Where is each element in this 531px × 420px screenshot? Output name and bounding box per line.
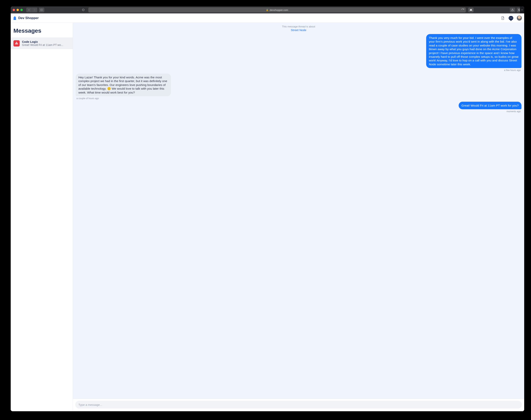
svg-rect-0 [41,9,43,11]
header-actions: $ [501,15,522,21]
message-row: Great! Would Fri at 11am PT work for you… [76,102,521,113]
svg-text:</>: </> [14,18,16,19]
profile-avatar[interactable] [517,15,522,21]
brand[interactable]: </> Dev Shopper [13,16,39,20]
address-bar[interactable]: 🔒 devshopper.com [88,7,466,13]
share-button[interactable] [510,8,515,12]
app-header: </> Dev Shopper $ [11,14,524,23]
message-bubble: Great! Would Fri at 11am PT work for you… [459,102,521,109]
privacy-shield-button[interactable] [80,8,86,12]
close-window-button[interactable] [13,9,15,11]
bag-logo-icon: </> [13,16,17,20]
browser-window: 🔒 devshopper.com + </> Dev Shopper [11,6,524,411]
messages-area: Thank you very much for your bid. I went… [73,33,524,399]
message-bubble: Hey Lazar! Thank you for your kind words… [76,74,171,96]
thread-name: Code Logix [22,40,63,43]
invoice-icon[interactable]: $ [501,16,505,20]
messages-icon[interactable] [509,16,513,20]
thread-header-label: This message thread is about [73,25,524,28]
thread-text: Code LogixGreat! Would Fri at 11am PT wo… [22,40,63,46]
brand-title: Dev Shopper [18,16,39,20]
window-controls [13,9,23,11]
svg-text:$: $ [502,17,503,19]
thread-item[interactable]: Code LogixGreat! Would Fri at 11am PT wo… [11,38,73,49]
message-timestamp: a couple of hours ago [76,97,100,100]
reload-icon[interactable] [461,8,464,12]
message-timestamp: a few hours ago [503,69,521,72]
message-input[interactable] [75,401,522,408]
back-button[interactable] [26,8,32,12]
sidebar: Messages Code LogixGreat! Would Fri at 1… [11,23,73,411]
thread-avatar [14,40,20,46]
message-timestamp: moments ago [506,110,521,113]
browser-toolbar: 🔒 devshopper.com + [11,6,524,14]
message-row: Thank you very much for your bid. I went… [76,34,521,72]
minimize-window-button[interactable] [16,9,19,11]
thread-preview: Great! Would Fri at 11am PT wo... [22,43,63,46]
url-text: devshopper.com [270,9,288,12]
lock-icon: 🔒 [266,9,269,11]
message-row: Hey Lazar! Thank you for your kind words… [76,74,521,100]
thread-topic-link[interactable]: Street Node [73,28,524,32]
cloud-button[interactable] [468,8,474,12]
zoom-window-button[interactable] [20,9,23,11]
sidebar-toggle-button[interactable] [39,8,44,12]
message-bubble: Thank you very much for your bid. I went… [426,34,521,68]
thread-list: Code LogixGreat! Would Fri at 11am PT wo… [11,38,73,49]
new-tab-button[interactable]: + [520,6,524,14]
sidebar-title: Messages [11,23,73,38]
svg-point-7 [16,43,17,44]
chat-pane: This message thread is about Street Node… [73,23,524,411]
app-body: Messages Code LogixGreat! Would Fri at 1… [11,23,524,411]
forward-button[interactable] [32,8,37,12]
thread-header: This message thread is about Street Node [73,23,524,33]
composer-area [73,399,524,411]
